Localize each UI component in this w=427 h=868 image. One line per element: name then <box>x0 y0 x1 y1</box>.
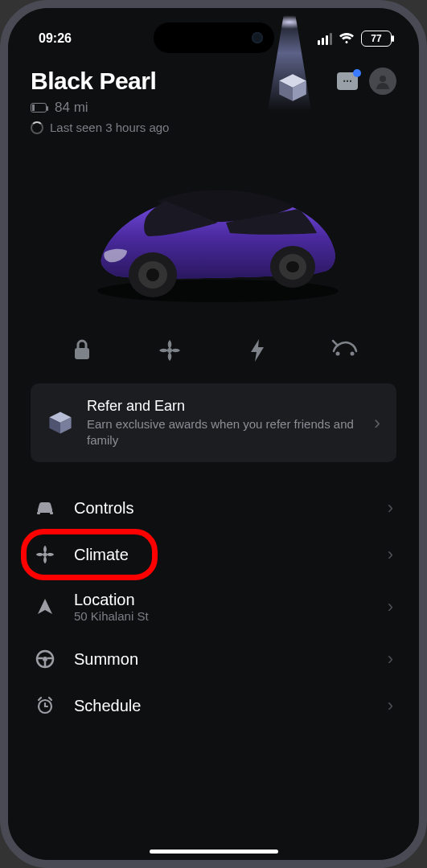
menu-item-controls[interactable]: Controls › <box>31 485 396 531</box>
wifi-icon <box>339 32 355 45</box>
vehicle-render <box>31 142 396 327</box>
car-icon <box>34 500 56 516</box>
quick-frunk-button[interactable] <box>321 338 369 362</box>
refresh-spinner-icon <box>31 121 43 134</box>
svg-point-3 <box>380 76 386 82</box>
menu-item-summon[interactable]: Summon › <box>31 636 396 682</box>
menu-item-schedule[interactable]: Schedule › <box>31 682 396 729</box>
quick-lock-button[interactable] <box>58 338 106 362</box>
svg-rect-19 <box>50 512 53 514</box>
chevron-right-icon: › <box>388 695 393 716</box>
schedule-label: Schedule <box>74 697 370 715</box>
last-seen-text: Last seen 3 hours ago <box>50 121 169 134</box>
quick-charge-button[interactable] <box>233 338 281 362</box>
location-arrow-icon <box>34 598 56 616</box>
menu-item-location[interactable]: Location 50 Kihalani St › <box>31 578 396 636</box>
dynamic-island <box>154 23 274 53</box>
chevron-right-icon: › <box>388 544 393 565</box>
svg-point-14 <box>350 352 354 356</box>
chevron-right-icon: › <box>388 649 393 669</box>
cellular-icon <box>318 33 332 45</box>
svg-point-10 <box>286 261 299 272</box>
status-time: 09:26 <box>39 31 72 46</box>
messages-icon[interactable] <box>337 72 358 90</box>
chevron-right-icon: › <box>374 411 380 434</box>
controls-label: Controls <box>74 499 370 518</box>
climate-label: Climate <box>74 546 370 564</box>
home-indicator[interactable] <box>150 850 278 854</box>
fan-icon <box>34 544 56 565</box>
vehicle-name: Black Pearl <box>31 68 169 95</box>
refer-subtitle: Earn exclusive awards when you refer fri… <box>87 416 361 448</box>
range-text: 84 mi <box>55 100 88 116</box>
summon-label: Summon <box>74 650 370 669</box>
refer-title: Refer and Earn <box>87 398 361 415</box>
battery-small-icon <box>31 103 47 113</box>
cube-icon <box>47 409 74 436</box>
steering-wheel-icon <box>34 649 56 669</box>
profile-avatar[interactable] <box>369 68 396 95</box>
svg-point-7 <box>146 268 159 281</box>
menu-item-climate[interactable]: Climate › <box>31 531 396 578</box>
svg-point-13 <box>335 352 339 356</box>
quick-climate-button[interactable] <box>146 338 194 362</box>
chevron-right-icon: › <box>388 596 393 617</box>
battery-indicator: 77 <box>361 31 392 47</box>
location-sub: 50 Kihalani St <box>74 609 370 623</box>
refer-card[interactable]: Refer and Earn Earn exclusive awards whe… <box>31 383 396 462</box>
chevron-right-icon: › <box>388 497 393 518</box>
svg-point-22 <box>43 657 47 661</box>
svg-rect-11 <box>75 348 89 359</box>
location-label: Location <box>74 591 370 609</box>
alarm-clock-icon <box>34 696 56 715</box>
svg-rect-18 <box>37 512 40 514</box>
